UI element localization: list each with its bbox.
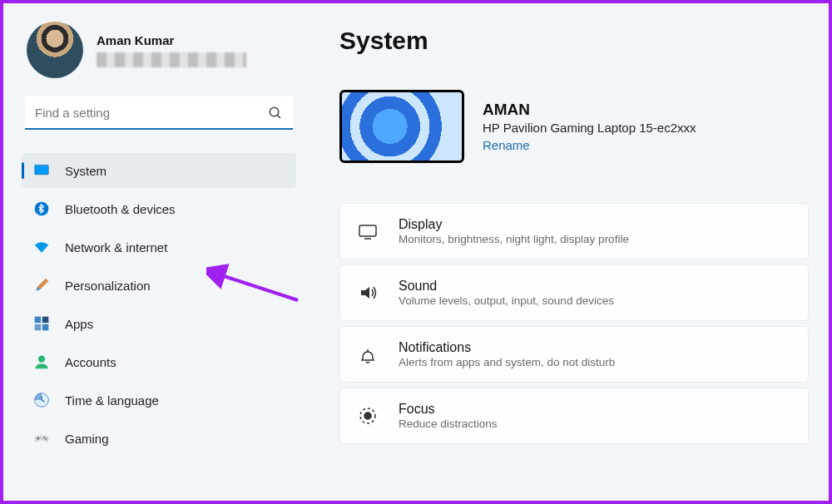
setting-text: Notifications Alerts from apps and syste… <box>399 340 615 368</box>
setting-text: Focus Reduce distractions <box>399 402 498 430</box>
search-wrap <box>25 96 293 130</box>
rename-link[interactable]: Rename <box>483 138 696 152</box>
device-thumbnail <box>339 90 464 163</box>
svg-rect-2 <box>35 165 49 175</box>
setting-title: Focus <box>399 402 498 417</box>
svg-rect-6 <box>42 317 49 324</box>
svg-line-1 <box>277 115 280 118</box>
avatar <box>27 22 83 78</box>
display-icon <box>357 220 379 242</box>
user-account-row[interactable]: Aman Kumar <box>22 22 296 78</box>
svg-rect-13 <box>359 225 376 236</box>
brush-icon <box>33 277 50 294</box>
user-text: Aman Kumar <box>97 33 246 67</box>
wifi-icon <box>33 239 50 255</box>
device-name: AMAN <box>483 101 696 119</box>
sound-icon <box>357 282 379 304</box>
sidebar-item-label: Personalization <box>65 279 151 293</box>
sidebar-item-system[interactable]: System <box>22 153 296 188</box>
svg-point-17 <box>364 413 371 419</box>
page-title: System <box>339 27 809 55</box>
sidebar-item-label: System <box>65 164 106 178</box>
sidebar-item-label: Time & language <box>65 393 159 408</box>
nav-list: System Bluetooth & devices Network & int… <box>22 153 296 456</box>
sidebar-item-bluetooth[interactable]: Bluetooth & devices <box>22 191 296 226</box>
setting-subtitle: Reduce distractions <box>399 418 498 430</box>
sidebar-item-label: Bluetooth & devices <box>65 202 176 216</box>
bluetooth-icon <box>33 200 50 217</box>
setting-focus[interactable]: Focus Reduce distractions <box>339 388 809 444</box>
device-info-row: AMAN HP Pavilion Gaming Laptop 15-ec2xxx… <box>339 90 809 163</box>
search-icon <box>268 106 283 121</box>
setting-title: Display <box>399 217 629 232</box>
device-model: HP Pavilion Gaming Laptop 15-ec2xxx <box>483 121 696 135</box>
setting-title: Sound <box>399 279 614 294</box>
sidebar-item-label: Accounts <box>65 355 116 369</box>
svg-point-9 <box>38 356 45 363</box>
sidebar-item-network[interactable]: Network & internet <box>22 230 296 264</box>
setting-subtitle: Volume levels, output, input, sound devi… <box>399 294 614 307</box>
settings-list: Display Monitors, brightness, night ligh… <box>339 203 809 444</box>
svg-point-12 <box>45 438 47 440</box>
user-email-redacted <box>97 52 246 67</box>
svg-point-0 <box>270 107 279 116</box>
sidebar-item-accounts[interactable]: Accounts <box>22 344 296 379</box>
sidebar-item-label: Apps <box>65 317 93 331</box>
sidebar-item-label: Gaming <box>65 432 109 446</box>
setting-display[interactable]: Display Monitors, brightness, night ligh… <box>339 203 809 259</box>
sidebar-item-personalization[interactable]: Personalization <box>22 268 296 303</box>
svg-rect-7 <box>35 324 42 331</box>
setting-text: Display Monitors, brightness, night ligh… <box>399 217 629 245</box>
sidebar-item-label: Network & internet <box>65 240 167 254</box>
sidebar-item-time[interactable]: Time & language <box>22 383 296 418</box>
apps-icon <box>33 315 50 332</box>
sidebar-item-gaming[interactable]: Gaming <box>22 421 296 456</box>
system-icon <box>33 162 50 179</box>
setting-notifications[interactable]: Notifications Alerts from apps and syste… <box>339 326 809 383</box>
svg-point-11 <box>43 437 45 438</box>
svg-rect-8 <box>42 324 49 331</box>
user-name: Aman Kumar <box>97 33 246 47</box>
focus-icon <box>357 405 379 427</box>
svg-rect-5 <box>35 317 42 324</box>
search-input[interactable] <box>25 96 293 130</box>
setting-title: Notifications <box>399 340 615 355</box>
main-content: System AMAN HP Pavilion Gaming Laptop 15… <box>311 3 829 501</box>
bell-icon <box>357 343 379 365</box>
setting-subtitle: Monitors, brightness, night light, displ… <box>399 233 629 245</box>
gaming-icon <box>33 430 50 447</box>
setting-text: Sound Volume levels, output, input, soun… <box>399 279 614 307</box>
account-icon <box>33 353 50 370</box>
setting-subtitle: Alerts from apps and system, do not dist… <box>399 356 615 368</box>
device-text: AMAN HP Pavilion Gaming Laptop 15-ec2xxx… <box>483 101 696 152</box>
time-icon <box>33 392 50 408</box>
setting-sound[interactable]: Sound Volume levels, output, input, soun… <box>339 264 809 321</box>
sidebar: Aman Kumar System Bluetooth & devices <box>3 3 311 501</box>
sidebar-item-apps[interactable]: Apps <box>22 306 296 341</box>
